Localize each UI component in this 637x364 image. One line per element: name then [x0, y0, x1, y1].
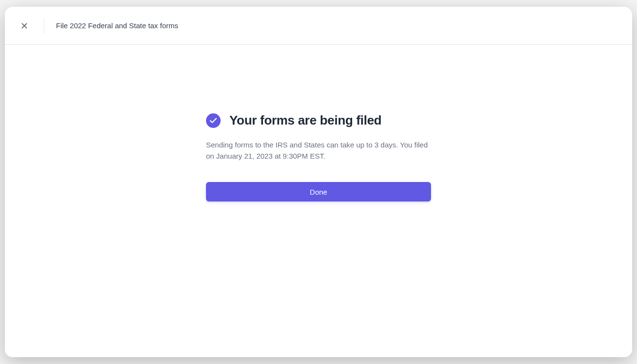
header-divider [44, 18, 44, 34]
done-button[interactable]: Done [206, 182, 431, 201]
content-inner: Your forms are being filed Sending forms… [206, 113, 431, 357]
close-icon [20, 21, 29, 30]
modal-container: File 2022 Federal and State tax forms Yo… [5, 7, 632, 357]
close-button[interactable] [17, 18, 32, 34]
header-title: File 2022 Federal and State tax forms [56, 21, 178, 30]
status-description: Sending forms to the IRS and States can … [206, 140, 431, 162]
modal-content: Your forms are being filed Sending forms… [5, 45, 632, 357]
modal-header: File 2022 Federal and State tax forms [5, 7, 632, 45]
checkmark-icon [209, 116, 218, 125]
check-badge [206, 113, 221, 128]
title-row: Your forms are being filed [206, 113, 431, 128]
main-heading: Your forms are being filed [229, 113, 381, 128]
